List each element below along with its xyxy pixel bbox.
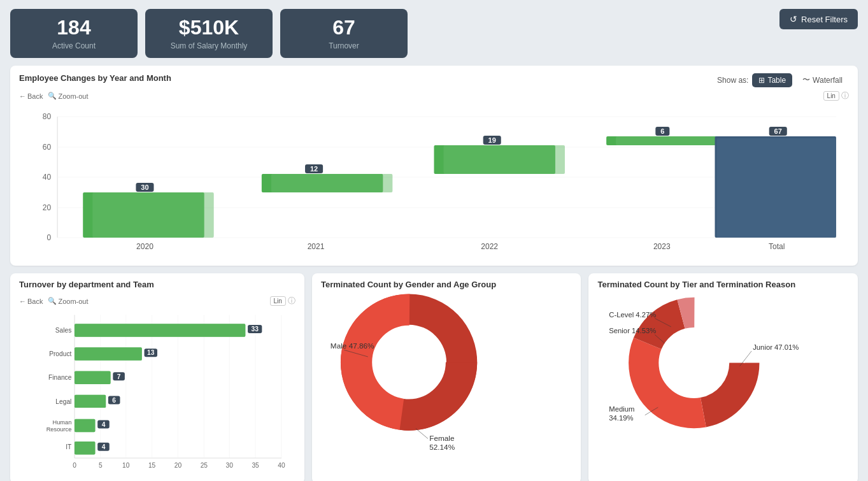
back-button-top[interactable]: ← Back bbox=[19, 92, 43, 100]
kpi-active-count-value: 184 bbox=[57, 17, 90, 39]
svg-text:30: 30 bbox=[226, 462, 234, 469]
waterfall-btn-label: Waterfall bbox=[813, 76, 843, 85]
svg-text:80: 80 bbox=[43, 112, 52, 121]
svg-text:4: 4 bbox=[102, 421, 106, 428]
kpi-active-count-label: Active Count bbox=[52, 41, 96, 50]
dashboard: 184 Active Count $510K Sum of Salary Mon… bbox=[0, 0, 868, 481]
svg-text:67: 67 bbox=[774, 127, 782, 135]
gender-donut-svg: Male 47.86% Female 52.14% bbox=[325, 280, 567, 471]
svg-text:20: 20 bbox=[43, 203, 52, 212]
info-icon-top: ⓘ bbox=[841, 91, 849, 100]
kpi-salary-value: $510K bbox=[179, 17, 239, 39]
svg-rect-52 bbox=[75, 324, 245, 336]
svg-text:0: 0 bbox=[46, 233, 51, 242]
show-as-row: Show as: ⊞ Table 〜 Waterfall bbox=[717, 72, 849, 88]
svg-rect-64 bbox=[75, 395, 106, 408]
waterfall-chart: 80 60 40 20 0 30 2020 12 2021 bbox=[19, 104, 849, 257]
kpi-salary-label: Sum of Salary Monthly bbox=[171, 41, 248, 50]
gender-age-donut: Male 47.86% Female 52.14% bbox=[321, 293, 573, 459]
svg-text:Finance: Finance bbox=[48, 375, 72, 382]
svg-text:30: 30 bbox=[141, 183, 148, 191]
turnover-dept-title: Turnover by department and Team bbox=[19, 280, 154, 289]
svg-rect-27 bbox=[717, 138, 836, 238]
svg-text:Female: Female bbox=[429, 434, 455, 442]
svg-text:2023: 2023 bbox=[653, 242, 671, 251]
bottom-row: Turnover by department and Team ← Back 🔍… bbox=[10, 273, 858, 481]
svg-text:6: 6 bbox=[112, 397, 116, 404]
svg-rect-73 bbox=[75, 442, 96, 454]
svg-text:Male 47.86%: Male 47.86% bbox=[331, 341, 374, 350]
svg-text:25: 25 bbox=[201, 462, 208, 469]
svg-text:Product: Product bbox=[49, 350, 71, 357]
svg-text:40: 40 bbox=[278, 462, 285, 469]
gender-age-panel: Terminated Count by Gender and Age Group bbox=[312, 273, 581, 481]
svg-text:Legal: Legal bbox=[55, 398, 71, 405]
tier-reason-panel: Terminated Count by Tier and Termination… bbox=[588, 273, 858, 481]
tier-reason-donut: C-Level 4.27% Senior 14.53% Junior 47.01… bbox=[597, 293, 849, 459]
kpi-turnover: 67 Turnover bbox=[280, 9, 408, 58]
turnover-dept-header: Turnover by department and Team bbox=[19, 280, 295, 293]
svg-text:7: 7 bbox=[117, 373, 121, 380]
zoom-out-button-dept[interactable]: 🔍 Zoom-out bbox=[48, 297, 88, 305]
svg-text:19: 19 bbox=[488, 136, 496, 144]
svg-text:40: 40 bbox=[43, 173, 52, 182]
svg-text:4: 4 bbox=[102, 443, 106, 450]
svg-text:15: 15 bbox=[148, 462, 156, 469]
top-chart-controls: ← Back 🔍 Zoom-out Lin ⓘ bbox=[19, 90, 849, 101]
svg-rect-19 bbox=[444, 145, 565, 174]
reset-icon: ↺ bbox=[790, 14, 797, 24]
svg-text:2022: 2022 bbox=[481, 242, 498, 251]
turnover-dept-panel: Turnover by department and Team ← Back 🔍… bbox=[10, 273, 304, 481]
table-btn-label: Table bbox=[767, 76, 786, 85]
svg-rect-11 bbox=[92, 192, 213, 238]
svg-text:34.19%: 34.19% bbox=[609, 414, 633, 422]
kpi-salary: $510K Sum of Salary Monthly bbox=[145, 9, 273, 58]
svg-text:2021: 2021 bbox=[308, 242, 325, 251]
svg-text:13: 13 bbox=[147, 350, 155, 357]
waterfall-svg: 80 60 40 20 0 30 2020 12 2021 bbox=[19, 104, 849, 257]
svg-rect-56 bbox=[75, 348, 142, 361]
svg-text:Senior 14.53%: Senior 14.53% bbox=[609, 327, 656, 334]
svg-text:5: 5 bbox=[99, 462, 103, 469]
reset-filters-label: Reset Filters bbox=[801, 15, 848, 24]
svg-text:IT: IT bbox=[66, 443, 71, 450]
svg-line-81 bbox=[416, 429, 428, 439]
employee-changes-panel: Employee Changes by Year and Month Show … bbox=[10, 66, 858, 266]
svg-text:10: 10 bbox=[122, 462, 130, 469]
back-button-dept[interactable]: ← Back bbox=[19, 298, 43, 305]
svg-text:Resource: Resource bbox=[46, 426, 72, 433]
svg-text:Medium: Medium bbox=[609, 406, 634, 413]
info-icon-dept: ⓘ bbox=[288, 296, 295, 305]
svg-text:20: 20 bbox=[174, 462, 182, 469]
svg-text:35: 35 bbox=[252, 462, 259, 469]
horizontal-bar-chart: 0 5 10 15 20 25 30 35 40 Sales 33 bbox=[19, 309, 295, 475]
table-icon: ⊞ bbox=[758, 76, 765, 85]
svg-text:0: 0 bbox=[73, 462, 76, 469]
waterfall-view-button[interactable]: 〜 Waterfall bbox=[796, 72, 849, 88]
table-view-button[interactable]: ⊞ Table bbox=[752, 73, 792, 87]
employee-changes-header: Employee Changes by Year and Month Show … bbox=[19, 72, 849, 88]
show-as-label: Show as: bbox=[717, 76, 748, 85]
svg-rect-69 bbox=[75, 419, 96, 432]
reset-filters-button[interactable]: ↺ Reset Filters bbox=[779, 9, 858, 29]
hbar-svg: 0 5 10 15 20 25 30 35 40 Sales 33 bbox=[19, 309, 295, 475]
svg-text:33: 33 bbox=[252, 326, 259, 333]
svg-text:2020: 2020 bbox=[136, 242, 153, 251]
kpi-row: 184 Active Count $510K Sum of Salary Mon… bbox=[10, 9, 858, 58]
waterfall-icon: 〜 bbox=[802, 75, 810, 85]
kpi-turnover-value: 67 bbox=[332, 17, 355, 39]
svg-text:52.14%: 52.14% bbox=[429, 443, 455, 451]
kpi-active-count: 184 Active Count bbox=[10, 9, 138, 58]
svg-text:Human: Human bbox=[52, 419, 71, 426]
svg-text:Junior 47.01%: Junior 47.01% bbox=[753, 343, 799, 351]
svg-text:60: 60 bbox=[43, 143, 52, 152]
kpi-turnover-label: Turnover bbox=[329, 41, 359, 50]
svg-rect-60 bbox=[75, 371, 111, 384]
svg-text:12: 12 bbox=[310, 165, 318, 173]
svg-text:Total: Total bbox=[769, 242, 785, 251]
turnover-dept-controls: ← Back 🔍 Zoom-out Lin ⓘ bbox=[19, 296, 295, 306]
svg-text:6: 6 bbox=[660, 127, 664, 135]
zoom-out-button-top[interactable]: 🔍 Zoom-out bbox=[48, 92, 88, 100]
svg-text:Sales: Sales bbox=[55, 327, 72, 334]
svg-rect-15 bbox=[271, 174, 392, 192]
